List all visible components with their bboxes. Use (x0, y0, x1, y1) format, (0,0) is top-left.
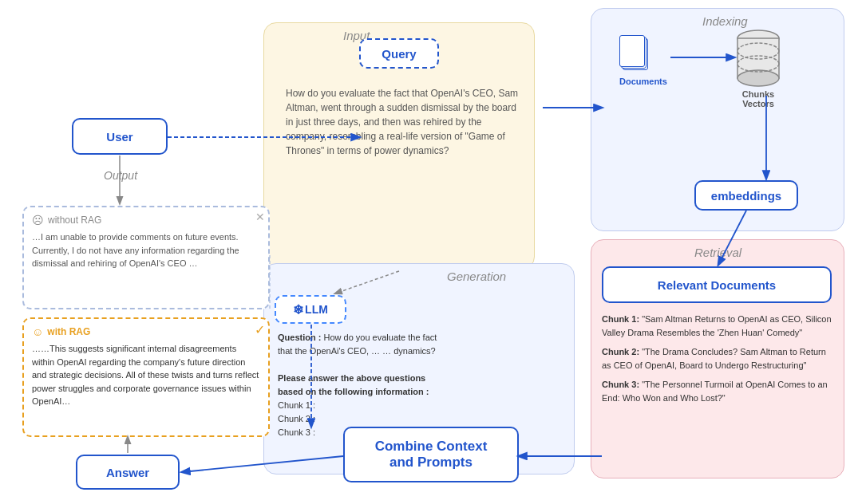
user-box: User (72, 118, 168, 155)
doc-page-1 (619, 35, 645, 67)
without-rag-panel: ☹ without RAG …I am unable to provide co… (22, 206, 270, 309)
without-rag-text: …I am unable to provide comments on futu… (32, 230, 260, 270)
with-rag-panel: ☺ with RAG ……This suggests significant i… (22, 317, 270, 437)
close-icon: ✕ (255, 211, 265, 223)
with-rag-label-row: ☺ with RAG (32, 325, 260, 338)
user-label: User (106, 130, 132, 144)
chunk2-text: Chunk 2: "The Drama Concludes? Sam Altma… (602, 345, 832, 372)
embeddings-label: embeddings (711, 189, 781, 203)
relevant-docs-box: Relevant Documents (602, 266, 832, 303)
query-label: Query (382, 47, 416, 61)
diagram-container: Input Indexing Retrieval Generation User… (0, 0, 862, 504)
chunk1-text: Chunk 1: "Sam Altman Returns to OpenAI a… (602, 313, 832, 339)
generation-label: Generation (447, 270, 506, 283)
answer-label: Answer (106, 466, 149, 479)
database-cylinder: Chunks Vectors (734, 29, 782, 108)
query-box: Query (359, 38, 439, 69)
without-rag-label-text: without RAG (48, 215, 101, 226)
llm-label: LLM (305, 303, 328, 316)
check-icon: ✓ (255, 322, 265, 337)
embeddings-box: embeddings (694, 180, 798, 211)
chunk2-label: Chunk 2 : (278, 414, 315, 423)
without-rag-label-row: ☹ without RAG (32, 214, 260, 226)
indexing-label: Indexing (702, 14, 748, 28)
llm-content: Question : How do you evaluate the fact … (278, 331, 437, 439)
instruction-text: Please answer the above questions based … (278, 373, 429, 396)
with-rag-text: ……This suggests significant internal dis… (32, 342, 260, 408)
relevant-docs-label: Relevant Documents (658, 278, 776, 292)
documents-icon-area: Documents (619, 35, 667, 86)
llm-box: ❄ LLM (275, 295, 346, 324)
combine-label: Combine Contextand Prompts (375, 439, 488, 471)
chunk3-text: Chunk 3: "The Personnel Turmoil at OpenA… (602, 378, 832, 404)
answer-box: Answer (76, 455, 180, 490)
chunk3-label: Chunk 3 : (278, 427, 315, 437)
combine-box: Combine Contextand Prompts (343, 427, 519, 482)
question-label: Question : (278, 333, 321, 342)
retrieval-label: Retrieval (694, 246, 741, 259)
chunk1-label: Chunk 1 : (278, 400, 315, 410)
output-label: Output (104, 169, 137, 182)
query-text: How do you evaluate the fact that OpenAI… (279, 80, 527, 164)
chunks-content: Chunk 1: "Sam Altman Returns to OpenAI a… (602, 313, 832, 404)
with-rag-label-text: with RAG (47, 326, 90, 337)
db-svg (734, 29, 782, 93)
document-stack (619, 35, 650, 75)
documents-label: Documents (619, 77, 667, 86)
svg-point-2 (737, 70, 779, 86)
snowflake-icon: ❄ (293, 302, 303, 317)
